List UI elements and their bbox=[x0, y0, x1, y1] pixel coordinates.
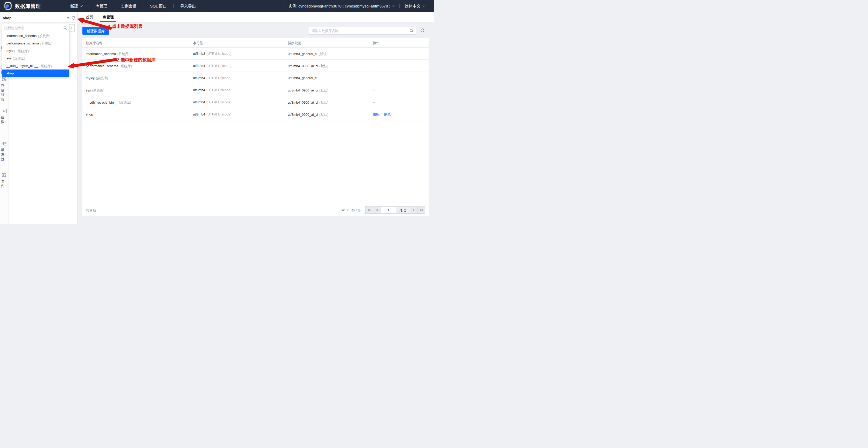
menu-item-import-export[interactable]: 导入导出 bbox=[174, 3, 203, 8]
database-table-card: 数据库名称 字符集 排序规则 操作 information_schema(系统库… bbox=[83, 38, 429, 216]
navbar-right: 实例: cynosdbmysql-ahtm3678 ( cynosdbmysql… bbox=[283, 3, 429, 8]
create-database-button[interactable]: 新建数据库 bbox=[83, 27, 109, 35]
last-page-icon bbox=[420, 209, 422, 211]
rail-item-events[interactable]: 事件 bbox=[0, 173, 8, 189]
text-cursor bbox=[4, 26, 4, 30]
tab-bar: 首页 库管理 bbox=[78, 11, 434, 22]
stored-procedure-icon: SP bbox=[2, 77, 6, 82]
page-size-select[interactable]: 20 bbox=[342, 208, 349, 212]
tab-home[interactable]: 首页 bbox=[86, 11, 93, 22]
caret-down-icon bbox=[347, 210, 349, 211]
refresh-database-list-button[interactable] bbox=[71, 16, 75, 20]
rail-item-triggers[interactable]: 触发器 bbox=[0, 141, 8, 162]
menu-item-sessions[interactable]: 实例会话 bbox=[114, 3, 143, 8]
app-logo-icon bbox=[4, 2, 12, 10]
selected-database: shop bbox=[3, 16, 11, 20]
next-page-icon bbox=[413, 209, 415, 211]
page-nav-group: /1 页 bbox=[366, 206, 425, 214]
database-search-input[interactable] bbox=[2, 26, 63, 30]
dmc-console: 数据库管理 新建 库管理 实例会话 SQL 窗口 导入导出 实例: cynosd… bbox=[0, 0, 434, 224]
database-name-search-input[interactable] bbox=[308, 29, 409, 33]
refresh-icon bbox=[420, 28, 425, 33]
caret-down-icon bbox=[67, 17, 69, 19]
table-row: information_schema(系统库) utf8mb3(UTF-8 Un… bbox=[83, 48, 429, 60]
db-option-shop[interactable]: shop bbox=[2, 69, 69, 77]
svg-text:fx: fx bbox=[3, 110, 5, 112]
search-icon[interactable] bbox=[409, 29, 413, 33]
total-pages-label: /1 页 bbox=[396, 206, 410, 214]
table-row: mysql(系统库) utf8mb4(UTF-8 Unicode) utf8mb… bbox=[83, 72, 429, 84]
table-search-box bbox=[308, 27, 416, 35]
last-page-button[interactable] bbox=[417, 206, 425, 214]
table-row-shop: shop utf8mb4(UTF-8 Unicode) utf8mb4_0900… bbox=[83, 108, 429, 120]
edit-database-link[interactable]: 编辑 bbox=[373, 113, 379, 117]
col-header-collation: 排序规则 bbox=[284, 40, 369, 45]
menu-item-sql-window[interactable]: SQL 窗口 bbox=[144, 3, 173, 8]
event-icon bbox=[2, 173, 6, 177]
refresh-icon bbox=[71, 16, 75, 20]
sidebar: 表 视图 SP 存储过程 fx 函数 bbox=[0, 11, 78, 224]
col-header-charset: 字符集 bbox=[190, 40, 284, 45]
delete-database-link[interactable]: 删除 bbox=[384, 113, 391, 117]
current-page-input[interactable] bbox=[380, 206, 396, 214]
active-tab-underline bbox=[100, 21, 116, 22]
db-option-sys[interactable]: sys(系统库) bbox=[2, 55, 69, 62]
svg-text:SP: SP bbox=[4, 79, 6, 81]
db-option-performance-schema[interactable]: performance_schema(系统库) bbox=[2, 39, 69, 47]
chevron-down-icon bbox=[422, 4, 425, 7]
menu-item-create[interactable]: 新建 bbox=[64, 3, 89, 8]
first-page-button[interactable] bbox=[365, 206, 373, 214]
prev-page-button[interactable] bbox=[373, 206, 380, 214]
database-search-row bbox=[2, 24, 69, 32]
db-option-mysql[interactable]: mysql(系统库) bbox=[2, 47, 69, 55]
table-row: sys(系统库) utf8mb4(UTF-8 Unicode) utf8mb4_… bbox=[83, 84, 429, 96]
col-header-operation: 操作 bbox=[369, 40, 429, 45]
instance-selector[interactable]: 实例: cynosdbmysql-ahtm3678 ( cynosdbmysql… bbox=[283, 3, 399, 8]
menu-item-db-manage[interactable]: 库管理 bbox=[89, 3, 114, 8]
language-selector[interactable]: 简体中文 bbox=[400, 3, 429, 8]
search-icon bbox=[63, 26, 67, 30]
trigger-icon bbox=[2, 141, 6, 146]
function-icon: fx bbox=[2, 109, 7, 113]
pagination-bar: 共 6 条 20 条 / 页 / bbox=[83, 204, 429, 216]
chevron-down-icon bbox=[80, 4, 83, 7]
table-row: performance_schema(系统库) utf8mb4(UTF-8 Un… bbox=[83, 60, 429, 72]
main-menu: 新建 库管理 实例会话 SQL 窗口 导入导出 bbox=[64, 3, 203, 8]
next-page-button[interactable] bbox=[410, 206, 418, 214]
app-title: 数据库管理 bbox=[15, 2, 41, 9]
total-count: 共 6 条 bbox=[86, 208, 96, 213]
rail-item-functions[interactable]: fx 函数 bbox=[0, 109, 8, 125]
table-header-row: 数据库名称 字符集 排序规则 操作 bbox=[83, 38, 429, 48]
refresh-table-button[interactable] bbox=[420, 28, 425, 33]
table-row: __cdb_recycle_bin__(系统库) utf8mb4(UTF-8 U… bbox=[83, 96, 429, 108]
database-select[interactable]: shop bbox=[2, 13, 75, 23]
per-page-label: 条 / 页 bbox=[351, 208, 361, 213]
db-manage-page: 新建数据库 数据库名称 字符集 排序规则 操作 information_sche bbox=[78, 22, 434, 224]
col-header-name: 数据库名称 bbox=[83, 40, 190, 45]
prev-page-icon bbox=[376, 209, 378, 211]
top-navbar: 数据库管理 新建 库管理 实例会话 SQL 窗口 导入导出 实例: cynosd… bbox=[0, 0, 434, 11]
db-option-information-schema[interactable]: information_schema(系统库) bbox=[2, 32, 69, 39]
chevron-down-icon bbox=[392, 4, 395, 7]
database-dropdown: information_schema(系统库) performance_sche… bbox=[2, 24, 69, 77]
tab-db-manage[interactable]: 库管理 bbox=[100, 11, 116, 22]
rail-item-stored-procedures[interactable]: SP 存储过程 bbox=[0, 77, 8, 102]
db-option-cdb-recycle-bin[interactable]: __cdb_recycle_bin__(系统库) bbox=[2, 62, 69, 69]
